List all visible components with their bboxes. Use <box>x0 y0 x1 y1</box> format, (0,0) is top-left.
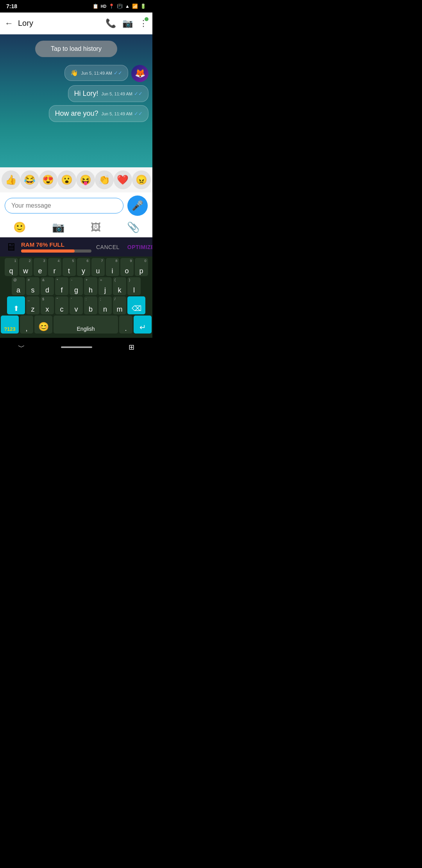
key-g[interactable]: -g <box>70 277 83 295</box>
message-bubble: Hi Lory! Jun 5, 11:49 AM ✓✓ <box>68 85 148 102</box>
enter-icon: ↵ <box>139 323 146 332</box>
ram-optimize-button[interactable]: OPTIMIZE <box>127 244 152 250</box>
tap-to-load-history-button[interactable]: Tap to load history <box>35 41 117 57</box>
key-u[interactable]: 7u <box>91 258 105 276</box>
ram-progress-fill <box>21 249 75 253</box>
message-time: Jun 5, 11:49 AM ✓✓ <box>102 111 143 117</box>
key-p[interactable]: 0p <box>135 258 148 276</box>
contact-name: Lory <box>18 19 106 28</box>
key-i[interactable]: 8i <box>106 258 119 276</box>
message-text: How are you? <box>55 109 98 118</box>
key-l[interactable]: )l <box>127 277 141 295</box>
table-row: How are you? Jun 5, 11:49 AM ✓✓ <box>4 105 148 122</box>
emoji-icon: 🙂 <box>13 221 26 233</box>
toolbar-row: 🙂 📷 🖼 📎 <box>0 219 152 237</box>
shift-icon: ⬆ <box>13 304 19 313</box>
apps-button[interactable]: ⊞ <box>129 343 134 352</box>
key-q[interactable]: 1q <box>5 258 18 276</box>
key-w[interactable]: 2w <box>19 258 32 276</box>
shift-key[interactable]: ⬆ <box>7 296 25 314</box>
space-key[interactable]: English <box>54 316 118 334</box>
key-f[interactable]: *f <box>55 277 68 295</box>
period-key[interactable]: . <box>119 316 132 334</box>
more-options-button[interactable]: ⋮ <box>139 18 148 29</box>
camera-icon: 📷 <box>52 221 64 233</box>
camera-button[interactable]: 📷 <box>52 221 64 233</box>
quick-emoji-grin[interactable]: 😝 <box>76 170 95 189</box>
message-text: Hi Lory! <box>74 90 98 98</box>
num-key[interactable]: ?123 <box>1 316 19 334</box>
key-x[interactable]: $x <box>41 296 54 314</box>
key-a[interactable]: @a <box>12 277 25 295</box>
wifi-icon: ▲ <box>125 4 130 9</box>
gallery-button[interactable]: 🖼 <box>91 221 101 233</box>
message-bubble: 👋 Jun 5, 11:49 AM ✓✓ <box>64 65 129 81</box>
back-nav-icon: ﹀ <box>18 343 25 351</box>
home-bar[interactable] <box>61 346 92 348</box>
key-m[interactable]: /m <box>113 296 126 314</box>
key-z[interactable]: _z <box>26 296 39 314</box>
header-actions: 📞 📷 ⋮ <box>106 18 148 29</box>
key-b[interactable]: :b <box>84 296 97 314</box>
key-s[interactable]: #s <box>26 277 39 295</box>
ram-cancel-button[interactable]: CANCEL <box>96 244 120 250</box>
read-receipt-icon: ✓✓ <box>134 91 143 97</box>
quick-emoji-laugh[interactable]: 😂 <box>20 170 39 189</box>
gallery-icon: 🖼 <box>91 221 101 233</box>
attach-button[interactable]: 📎 <box>127 221 139 233</box>
key-v[interactable]: 'v <box>70 296 83 314</box>
ram-progress-bar <box>21 249 91 253</box>
space-label: English <box>77 326 95 332</box>
hd-icon: HD <box>101 4 106 9</box>
signal-icon: 📶 <box>132 4 138 9</box>
quick-emoji-heart[interactable]: ❤️ <box>114 170 132 189</box>
key-r[interactable]: 4r <box>48 258 61 276</box>
key-h[interactable]: +h <box>84 277 97 295</box>
read-receipt-icon: ✓✓ <box>114 70 122 76</box>
enter-key[interactable]: ↵ <box>134 316 152 334</box>
key-d[interactable]: &d <box>41 277 54 295</box>
call-button[interactable]: 📞 <box>106 18 116 29</box>
emoji-button[interactable]: 🙂 <box>13 221 26 233</box>
key-j[interactable]: =j <box>98 277 112 295</box>
attach-icon: 📎 <box>127 221 139 233</box>
chat-area: Tap to load history 👋 Jun 5, 11:49 AM ✓✓… <box>0 34 152 167</box>
quick-emoji-thumbsup[interactable]: 👍 <box>2 170 20 189</box>
ram-bar: 🖥 RAM 76% FULL CANCEL OPTIMIZE <box>0 237 152 256</box>
ram-text-block: RAM 76% FULL <box>21 241 91 253</box>
apps-icon: ⊞ <box>129 343 134 351</box>
message-input[interactable] <box>5 198 123 213</box>
ram-icon: 🖥 <box>5 240 16 253</box>
key-o[interactable]: 9o <box>120 258 134 276</box>
quick-emoji-heart-eyes[interactable]: 😍 <box>39 170 58 189</box>
status-time: 7:18 <box>6 3 17 9</box>
quick-emoji-clap[interactable]: 👏 <box>95 170 114 189</box>
key-t[interactable]: 5t <box>63 258 76 276</box>
keyboard-row-2: @a #s &d *f -g +h =j (k )l <box>1 277 152 295</box>
clip-icon: 📋 <box>93 4 98 9</box>
video-call-button[interactable]: 📷 <box>122 18 133 29</box>
key-n[interactable]: ;n <box>98 296 112 314</box>
emoji-key[interactable]: 😊 <box>34 316 52 334</box>
key-k[interactable]: (k <box>113 277 126 295</box>
backspace-key[interactable]: ⌫ <box>127 296 145 314</box>
back-nav-button[interactable]: ﹀ <box>18 343 25 352</box>
comma-key[interactable]: , <box>20 316 33 334</box>
online-indicator <box>145 17 148 21</box>
quick-emoji-wow[interactable]: 😮 <box>57 170 76 189</box>
message-bubble: How are you? Jun 5, 11:49 AM ✓✓ <box>49 105 148 122</box>
mic-button[interactable]: 🎤 <box>127 195 148 216</box>
status-icons: 📋 HD 📍 📳 ▲ 📶 🔋 <box>93 4 146 9</box>
table-row: Hi Lory! Jun 5, 11:49 AM ✓✓ <box>4 85 148 102</box>
key-c[interactable]: "c <box>55 296 68 314</box>
quick-emoji-angry[interactable]: 😠 <box>132 170 151 189</box>
keyboard-row-3: ⬆ _z $x "c 'v :b ;n /m ⌫ <box>1 296 152 314</box>
key-y[interactable]: 6y <box>77 258 90 276</box>
message-time: Jun 5, 11:49 AM ✓✓ <box>81 70 123 76</box>
back-button[interactable]: ← <box>5 18 13 29</box>
key-e[interactable]: 3e <box>34 258 47 276</box>
backspace-icon: ⌫ <box>132 304 141 313</box>
num-label: ?123 <box>4 326 16 332</box>
ram-percent: 76% <box>36 241 48 248</box>
ram-label: RAM 76% FULL <box>21 241 91 248</box>
